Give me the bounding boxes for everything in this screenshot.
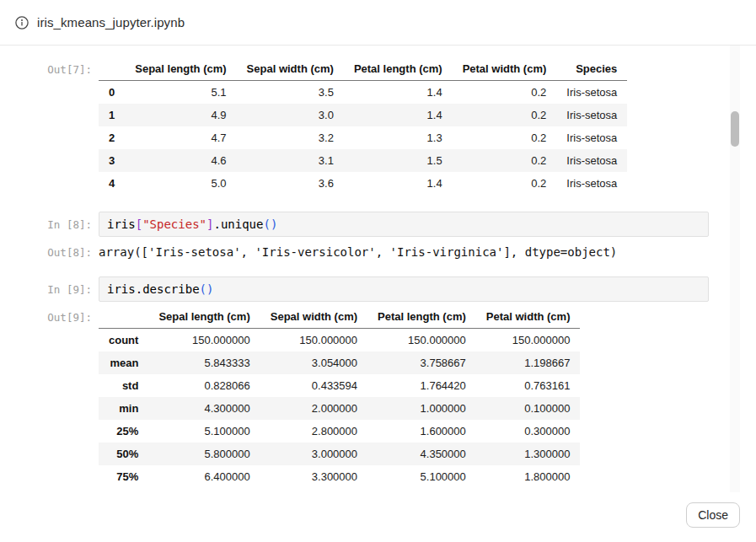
- table-cell: 4.6: [125, 149, 236, 172]
- table-row: 14.93.01.40.2Iris-setosa: [99, 104, 627, 126]
- table-cell: 0.763161: [476, 374, 581, 397]
- file-preview-dialog: iris_kmeans_jupyter.ipynb Out[7]: Sepal …: [0, 0, 756, 542]
- table-cell: 3.6: [237, 172, 344, 195]
- row-index: 25%: [99, 420, 148, 443]
- column-header: Petal length (cm): [367, 305, 476, 329]
- table-cell: 3.300000: [260, 465, 367, 488]
- notebook-cell-in8: In [8]: iris["Species"].unique(): [0, 212, 709, 237]
- table-cell: 150.000000: [260, 329, 367, 352]
- table-row: 45.03.61.40.2Iris-setosa: [99, 172, 627, 195]
- code-token-paren: (): [200, 282, 214, 296]
- table-cell: 4.7: [125, 126, 236, 149]
- table-row: mean5.8433333.0540003.7586671.198667: [99, 351, 580, 374]
- table-cell: 3.2: [237, 126, 344, 149]
- table-cell: 1.5: [344, 149, 453, 172]
- dataframe-describe-table: Sepal length (cm)Sepal width (cm)Petal l…: [99, 305, 580, 488]
- table-cell: 5.800000: [148, 443, 260, 465]
- table-cell: Iris-setosa: [556, 149, 627, 172]
- table-row: 50%5.8000003.0000004.3500001.300000: [99, 443, 580, 465]
- notebook-preview-area: Out[7]: Sepal length (cm)Sepal width (cm…: [0, 46, 756, 492]
- table-cell: 0.2: [453, 172, 557, 195]
- dialog-header: iris_kmeans_jupyter.ipynb: [0, 0, 756, 46]
- table-cell: 1.300000: [476, 443, 581, 465]
- vertical-scrollbar[interactable]: [730, 46, 740, 492]
- table-cell: 5.1: [125, 81, 236, 105]
- row-index: 75%: [99, 465, 148, 488]
- table-row: count150.000000150.000000150.000000150.0…: [99, 329, 580, 352]
- table-cell: 3.5: [237, 81, 344, 105]
- table-cell: 0.2: [453, 81, 557, 105]
- column-header: Sepal length (cm): [125, 57, 236, 81]
- table-cell: 5.100000: [367, 465, 476, 488]
- row-index: count: [99, 329, 148, 352]
- code-input-describe: iris.describe(): [99, 276, 709, 302]
- table-cell: 4.9: [125, 104, 236, 126]
- cell-label-out7: Out[7]:: [0, 57, 99, 76]
- row-index: 3: [99, 149, 125, 172]
- table-cell: Iris-setosa: [556, 104, 627, 126]
- table-cell: 3.054000: [260, 351, 367, 374]
- table-cell: 1.3: [344, 126, 453, 149]
- table-cell: 3.758667: [367, 351, 476, 374]
- table-cell: 150.000000: [476, 329, 581, 352]
- table-cell: 1.4: [344, 104, 453, 126]
- table-cell: Iris-setosa: [556, 126, 627, 149]
- output-array-text: array(['Iris-setosa', 'Iris-versicolor',…: [99, 244, 709, 260]
- row-index: mean: [99, 351, 148, 374]
- table-cell: 5.843333: [148, 351, 260, 374]
- table-cell: 3.000000: [260, 443, 367, 465]
- cell-label-out9: Out[9]:: [0, 305, 99, 324]
- table-cell: 1.198667: [476, 351, 581, 374]
- table-cell: 1.000000: [367, 397, 476, 420]
- table-cell: 4.300000: [148, 397, 260, 420]
- table-cell: 5.100000: [148, 420, 260, 443]
- code-token-plain: .unique: [213, 217, 263, 231]
- table-row: 24.73.21.30.2Iris-setosa: [99, 126, 627, 149]
- scrollbar-thumb[interactable]: [731, 111, 739, 147]
- table-row: 05.13.51.40.2Iris-setosa: [99, 81, 627, 105]
- cell-label-out8: Out[8]:: [0, 244, 99, 259]
- row-index: 50%: [99, 443, 148, 465]
- table-cell: 1.800000: [476, 465, 581, 488]
- table-cell: 2.800000: [260, 420, 367, 443]
- close-button[interactable]: Close: [686, 502, 740, 528]
- table-row: 75%6.4000003.3000005.1000001.800000: [99, 465, 580, 488]
- dialog-footer: Close: [0, 492, 756, 542]
- table-cell: 0.2: [453, 104, 557, 126]
- row-index: 2: [99, 126, 125, 149]
- column-header: Petal width (cm): [453, 57, 557, 81]
- info-icon: [15, 16, 29, 30]
- table-cell: 0.433594: [260, 374, 367, 397]
- file-title: iris_kmeans_jupyter.ipynb: [37, 15, 185, 30]
- code-token-plain: iris.describe: [107, 282, 200, 296]
- table-cell: 0.300000: [476, 420, 581, 443]
- table-cell: 2.000000: [260, 397, 367, 420]
- table-cell: 150.000000: [148, 329, 260, 352]
- row-index: 0: [99, 81, 125, 105]
- table-cell: 1.764420: [367, 374, 476, 397]
- notebook-cell-out8: Out[8]: array(['Iris-setosa', 'Iris-vers…: [0, 244, 709, 260]
- column-header: Species: [556, 57, 627, 81]
- table-row: 25%5.1000002.8000001.6000000.300000: [99, 420, 580, 443]
- table-cell: 5.0: [125, 172, 236, 195]
- notebook-cell-in9: In [9]: iris.describe(): [0, 276, 709, 302]
- table-cell: 150.000000: [367, 329, 476, 352]
- column-header: Sepal width (cm): [237, 57, 344, 81]
- table-cell: 4.350000: [367, 443, 476, 465]
- table-cell: 3.1: [237, 149, 344, 172]
- column-header: Sepal width (cm): [260, 305, 367, 329]
- table-cell: Iris-setosa: [556, 172, 627, 195]
- row-index: 1: [99, 104, 125, 126]
- column-header: Petal length (cm): [344, 57, 453, 81]
- table-row: std0.8280660.4335941.7644200.763161: [99, 374, 580, 397]
- table-cell: Iris-setosa: [556, 81, 627, 105]
- notebook-cell-out9: Out[9]: Sepal length (cm)Sepal width (cm…: [0, 305, 709, 488]
- column-header: Petal width (cm): [476, 305, 581, 329]
- table-cell: 6.400000: [148, 465, 260, 488]
- code-token-bracket: [: [136, 217, 142, 231]
- code-token-paren: (): [263, 217, 277, 231]
- column-header: [99, 305, 148, 329]
- table-cell: 1.4: [344, 81, 453, 105]
- code-input-unique: iris["Species"].unique(): [99, 212, 709, 237]
- table-cell: 0.2: [453, 149, 557, 172]
